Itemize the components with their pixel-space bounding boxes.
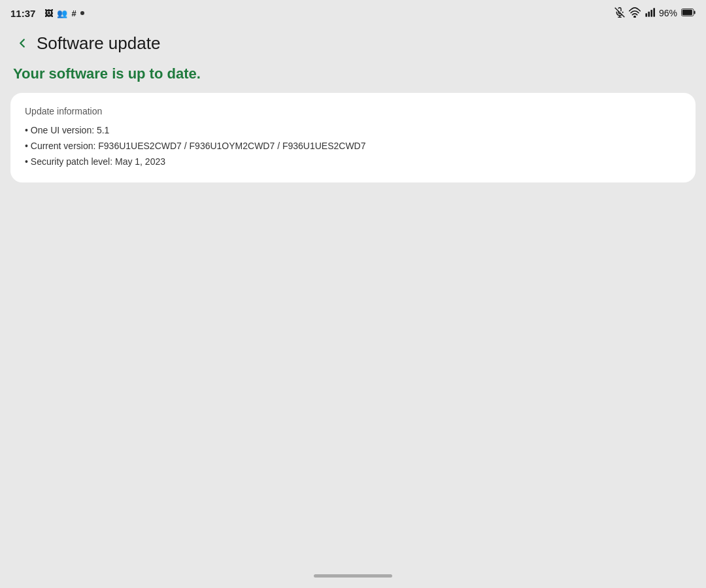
- update-info-card: Update information • One UI version: 5.1…: [10, 93, 696, 182]
- time-display: 11:37: [10, 8, 35, 19]
- update-info-line2: • Current version: F936U1UES2CWD7 / F936…: [25, 139, 681, 154]
- battery-icon: [681, 8, 696, 19]
- svg-rect-6: [650, 10, 652, 17]
- bottom-bar-indicator: [314, 574, 392, 578]
- status-right: 96%: [614, 7, 696, 20]
- svg-rect-9: [682, 9, 692, 14]
- svg-rect-4: [645, 13, 647, 16]
- up-to-date-message: Your software is up to date.: [10, 65, 696, 82]
- svg-point-3: [634, 16, 635, 17]
- mute-icon: [614, 7, 625, 20]
- image-icon: 🖼: [44, 9, 53, 18]
- wifi-icon: [629, 7, 641, 20]
- update-info-line1: • One UI version: 5.1: [25, 123, 681, 139]
- page-title: Software update: [37, 33, 160, 54]
- signal-icon: [645, 7, 655, 20]
- status-left: 11:37 🖼 👥 #: [10, 8, 84, 19]
- svg-rect-10: [694, 10, 695, 14]
- dot-icon: [80, 11, 84, 15]
- update-info-line3: • Security patch level: May 1, 2023: [25, 154, 681, 170]
- app-icon: #: [71, 9, 76, 18]
- update-info-body: • One UI version: 5.1 • Current version:…: [25, 123, 681, 169]
- main-content: Your software is up to date. Update info…: [0, 65, 706, 182]
- back-button[interactable]: [10, 31, 34, 55]
- battery-percentage: 96%: [659, 8, 677, 18]
- update-info-title: Update information: [25, 106, 681, 116]
- people-icon: 👥: [57, 9, 67, 18]
- svg-rect-5: [648, 11, 650, 16]
- svg-rect-7: [653, 8, 655, 16]
- header: Software update: [0, 26, 706, 65]
- status-bar: 11:37 🖼 👥 #: [0, 0, 706, 26]
- status-icons-left: 🖼 👥 #: [44, 9, 84, 18]
